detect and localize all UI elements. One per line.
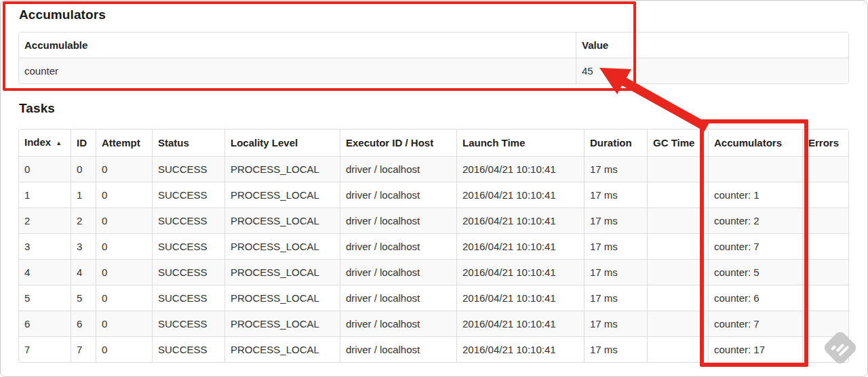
column-header-label: Accumulable (24, 39, 87, 51)
column-header-label: Attempt (102, 137, 140, 148)
cell: counter: 1 (708, 182, 802, 207)
cell: PROCESS_LOCAL (224, 182, 340, 207)
cell: 5 (71, 285, 96, 311)
cell (802, 182, 849, 207)
column-header-attempt[interactable]: Attempt (96, 130, 152, 156)
table-row: 440SUCCESSPROCESS_LOCALdriver / localhos… (19, 259, 849, 285)
cell: 4 (71, 259, 96, 285)
cell: PROCESS_LOCAL (224, 156, 340, 182)
column-header-id[interactable]: ID (71, 130, 96, 156)
header-row: AccumulableValue (19, 33, 849, 58)
cell: 3 (71, 233, 96, 259)
cell: 17 ms (584, 336, 647, 362)
cell: counter: 6 (708, 285, 802, 311)
column-header-index[interactable]: Index▲ (19, 130, 71, 156)
cell: 0 (96, 336, 152, 362)
column-header-accumulators[interactable]: Accumulators (708, 130, 802, 156)
column-header-label: Accumulators (714, 137, 782, 148)
cell: SUCCESS (152, 285, 224, 311)
sort-ascending-icon: ▲ (56, 136, 62, 151)
cell: 17 ms (584, 311, 647, 336)
header-row: Index▲IDAttemptStatusLocality LevelExecu… (19, 130, 849, 156)
cell: 17 ms (584, 259, 647, 285)
cell: 2016/04/21 10:10:41 (456, 259, 584, 285)
cell: 2016/04/21 10:10:41 (456, 336, 584, 362)
cell: 7 (71, 336, 96, 362)
cell (647, 336, 708, 362)
cell: 0 (96, 311, 152, 336)
cell: counter: 5 (708, 259, 802, 285)
column-header-executor-id-host[interactable]: Executor ID / Host (340, 130, 456, 156)
table-row: 770SUCCESSPROCESS_LOCALdriver / localhos… (19, 336, 849, 362)
cell: SUCCESS (152, 259, 224, 285)
cell: counter (19, 58, 576, 83)
cell (708, 156, 802, 182)
cell: counter: 7 (708, 311, 802, 336)
cell: 17 ms (584, 156, 647, 182)
cell: 1 (71, 182, 96, 207)
table-row: counter45 (19, 58, 849, 83)
cell: 17 ms (584, 207, 647, 233)
cell: 17 ms (584, 182, 647, 207)
accumulators-heading: Accumulators (19, 7, 106, 22)
column-header-status[interactable]: Status (152, 130, 224, 156)
cell: 2 (71, 207, 96, 233)
column-header-label: Index (24, 136, 51, 148)
cell: 0 (96, 285, 152, 311)
cell (802, 285, 849, 311)
cell: 5 (19, 285, 71, 311)
cell (802, 156, 849, 182)
table-row: 110SUCCESSPROCESS_LOCALdriver / localhos… (19, 182, 849, 207)
table-row: 660SUCCESSPROCESS_LOCALdriver / localhos… (19, 311, 849, 336)
cell: 17 ms (584, 285, 647, 311)
cell: 2016/04/21 10:10:41 (456, 285, 584, 311)
cell: SUCCESS (152, 207, 224, 233)
cell: 2 (19, 207, 71, 233)
cell: SUCCESS (152, 182, 224, 207)
column-header-gc-time[interactable]: GC Time (647, 130, 708, 156)
tasks-heading: Tasks (19, 101, 55, 116)
cell (647, 259, 708, 285)
cell: driver / localhost (340, 156, 456, 182)
cell: 2016/04/21 10:10:41 (456, 182, 584, 207)
column-header-label: Locality Level (231, 137, 298, 148)
cell (802, 336, 849, 362)
cell: 2016/04/21 10:10:41 (456, 233, 584, 259)
cell: 6 (19, 311, 71, 336)
column-header-locality-level[interactable]: Locality Level (224, 130, 340, 156)
column-header-label: Errors (808, 137, 839, 148)
column-header-label: Executor ID / Host (346, 137, 433, 148)
column-header-label: GC Time (653, 137, 694, 148)
column-header-label: ID (77, 137, 87, 148)
cell (647, 311, 708, 336)
table-row: 330SUCCESSPROCESS_LOCALdriver / localhos… (19, 233, 849, 259)
cell: counter: 2 (708, 207, 802, 233)
column-header-accumulable[interactable]: Accumulable (19, 33, 576, 58)
cell: 0 (96, 233, 152, 259)
cell (802, 207, 849, 233)
cell: PROCESS_LOCAL (224, 285, 340, 311)
cell: 0 (19, 156, 71, 182)
column-header-value[interactable]: Value (576, 33, 849, 58)
accumulable-table: AccumulableValue counter45 (18, 32, 849, 84)
cell (802, 311, 849, 336)
cell (647, 233, 708, 259)
cell: 0 (71, 156, 96, 182)
cell (802, 233, 849, 259)
column-header-label: Status (158, 137, 189, 148)
cell: 0 (96, 207, 152, 233)
column-header-label: Launch Time (462, 137, 525, 148)
cell: 17 ms (584, 233, 647, 259)
cell: counter: 7 (708, 233, 802, 259)
cell: PROCESS_LOCAL (224, 336, 340, 362)
column-header-duration[interactable]: Duration (584, 130, 647, 156)
cell: 1 (19, 182, 71, 207)
cell: 0 (96, 182, 152, 207)
column-header-launch-time[interactable]: Launch Time (456, 130, 584, 156)
cell: 2016/04/21 10:10:41 (456, 311, 584, 336)
table-row: 550SUCCESSPROCESS_LOCALdriver / localhos… (19, 285, 849, 311)
cell: 45 (576, 58, 849, 83)
cell: SUCCESS (152, 336, 224, 362)
column-header-errors[interactable]: Errors (802, 130, 849, 156)
cell (802, 259, 849, 285)
